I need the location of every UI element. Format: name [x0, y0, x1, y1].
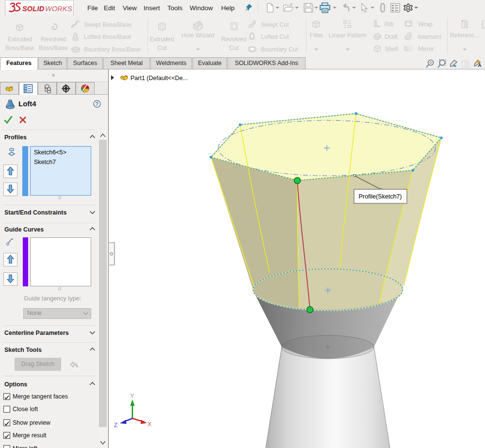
svg-text:?: ?: [96, 101, 98, 107]
svg-text:SOLID: SOLID: [22, 5, 45, 13]
svg-text:Profile(Sketch7): Profile(Sketch7): [359, 193, 402, 200]
svg-text:X: X: [147, 421, 151, 428]
svg-text:Y: Y: [130, 393, 134, 399]
svg-text:Z: Z: [114, 422, 117, 429]
svg-text:WORKS: WORKS: [45, 5, 72, 13]
svg-text:Part1 (Default<<De...: Part1 (Default<<De...: [130, 75, 188, 82]
